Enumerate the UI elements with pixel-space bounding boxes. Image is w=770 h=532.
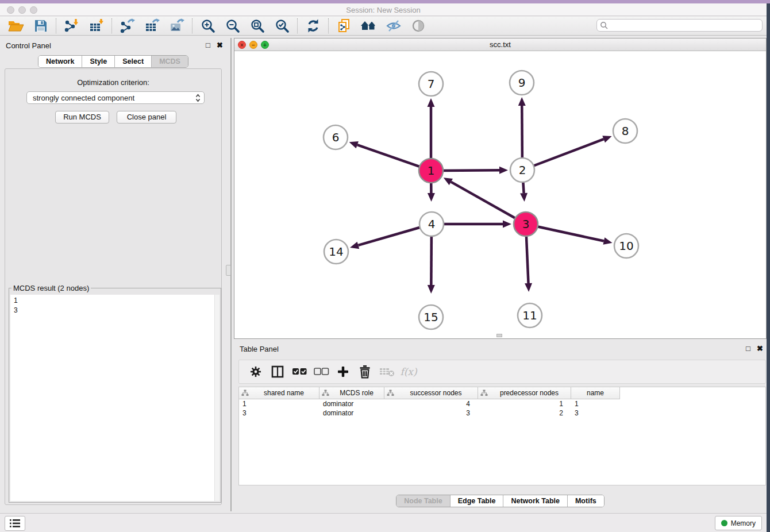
table-panel: Table Panel □ ✖ f(x) shared nameMCDS rol… <box>234 342 767 511</box>
zoom-out-button[interactable] <box>220 17 245 34</box>
zoom-in-button[interactable] <box>195 17 220 34</box>
duplicate-network-button[interactable] <box>332 17 356 34</box>
network-window-grip[interactable] <box>496 334 502 337</box>
tab-style[interactable]: Style <box>82 56 114 67</box>
tab-mcds[interactable]: MCDS <box>151 56 188 67</box>
refresh-button[interactable] <box>301 17 325 34</box>
save-session-button[interactable] <box>28 17 53 34</box>
memory-button[interactable]: Memory <box>715 516 762 530</box>
select-all-button[interactable] <box>288 362 310 381</box>
search-input[interactable] <box>609 20 762 30</box>
mcds-result-scrollbar[interactable] <box>214 295 220 501</box>
graph-edge-2-8[interactable] <box>533 139 604 166</box>
cell-predecessor-nodes[interactable]: 1 <box>478 399 571 408</box>
graph-node-label-1: 1 <box>428 164 435 178</box>
export-table-button[interactable] <box>140 17 164 34</box>
desktop-wallpaper-right <box>767 3 770 532</box>
graph-node-label-14: 14 <box>329 245 343 259</box>
toolbar-separator <box>56 18 56 33</box>
import-network-button[interactable] <box>59 17 84 34</box>
column-header-shared-name[interactable]: shared name <box>239 387 319 399</box>
table-panel-close-icon[interactable]: ✖ <box>757 345 763 353</box>
open-session-button[interactable] <box>3 17 28 34</box>
tab-group: NetworkStyleSelectMCDS <box>38 55 188 68</box>
column-header-mcds-role[interactable]: MCDS role <box>319 387 384 399</box>
export-network-button[interactable] <box>115 17 140 34</box>
table-row[interactable]: 3dominator323 <box>239 408 765 418</box>
export-image-icon <box>170 18 184 33</box>
control-panel-float-icon[interactable]: □ <box>206 41 210 49</box>
graph-edge-arrow-4-14 <box>350 242 359 249</box>
cell-name[interactable]: 1 <box>571 399 620 408</box>
tab-select[interactable]: Select <box>114 56 151 67</box>
column-label: MCDS role <box>332 389 382 397</box>
cell-shared-name[interactable]: 3 <box>239 408 319 418</box>
graph-edge-4-14[interactable] <box>358 227 421 245</box>
graph-edge-3-11[interactable] <box>526 235 529 283</box>
cell-name[interactable]: 3 <box>571 408 620 418</box>
tab-node-table[interactable]: Node Table <box>396 495 449 507</box>
task-history-button[interactable] <box>5 516 25 531</box>
zoom-selected-button[interactable] <box>270 17 294 34</box>
hide-panels-button[interactable] <box>381 17 406 34</box>
graph-edge-4-15[interactable] <box>431 235 432 285</box>
tab-network-table[interactable]: Network Table <box>503 495 567 507</box>
network-window-title: scc.txt <box>234 40 766 49</box>
column-header-successor-nodes[interactable]: successor nodes <box>384 387 478 399</box>
graph-edge-3-1[interactable] <box>451 182 517 219</box>
close-panel-button[interactable]: Close panel <box>117 111 176 124</box>
mcds-result-area: 1 3 <box>10 295 220 501</box>
graph-edge-1-6[interactable] <box>357 145 421 167</box>
run-mcds-button[interactable]: Run MCDS <box>55 111 109 124</box>
cell-successor-nodes[interactable]: 3 <box>384 408 478 418</box>
tab-motifs[interactable]: Motifs <box>567 495 604 507</box>
column-label: predecessor nodes <box>490 389 568 397</box>
network-view-window: scc.txt 7968124314101511 <box>234 38 767 339</box>
save-session-icon <box>34 19 48 33</box>
add-button[interactable] <box>332 362 354 381</box>
table-row[interactable]: 1dominator411 <box>239 399 765 408</box>
import-table-icon <box>89 18 104 33</box>
graph-edge-arrow-1-4 <box>428 193 435 202</box>
task-list-icon <box>9 519 21 528</box>
graph-node-label-10: 10 <box>619 239 633 253</box>
table-panel-float-icon[interactable]: □ <box>746 345 750 353</box>
optimization-dropdown-value: strongly connected component <box>33 94 195 102</box>
tab-edge-table[interactable]: Edge Table <box>450 495 503 507</box>
zoom-fit-button[interactable] <box>245 17 270 34</box>
graph-edge-2-9[interactable] <box>522 106 522 159</box>
delete-table-icon <box>379 366 395 377</box>
panel-splitter-grip[interactable] <box>226 265 231 276</box>
function-button: f(x) <box>398 362 419 381</box>
column-header-predecessor-nodes[interactable]: predecessor nodes <box>478 387 571 399</box>
show-eye-button[interactable] <box>406 17 430 34</box>
cell-mcds-role[interactable]: dominator <box>319 408 384 418</box>
gear-button[interactable] <box>245 362 267 381</box>
cell-successor-nodes[interactable]: 4 <box>384 399 478 408</box>
import-table-button[interactable] <box>84 17 109 34</box>
memory-label: Memory <box>731 519 756 527</box>
deselect-all-button[interactable] <box>310 362 332 381</box>
home-button[interactable] <box>356 17 381 34</box>
columns-button[interactable] <box>267 362 288 381</box>
column-header-name[interactable]: name <box>571 387 620 399</box>
cell-predecessor-nodes[interactable]: 2 <box>478 408 571 418</box>
mcds-result-text[interactable]: 1 3 <box>14 296 213 501</box>
optimization-dropdown[interactable]: strongly connected component <box>26 91 205 104</box>
tab-network[interactable]: Network <box>38 56 82 67</box>
graph-node-label-9: 9 <box>518 76 526 90</box>
graph-edge-3-10[interactable] <box>537 226 604 241</box>
mcds-panel: Optimization criterion: strongly connect… <box>5 68 222 505</box>
export-image-button[interactable] <box>164 17 189 34</box>
columns-icon <box>271 365 284 378</box>
network-canvas[interactable]: 7968124314101511 <box>234 51 766 339</box>
graph-edge-1-2[interactable] <box>442 170 499 171</box>
optimization-criterion-label: Optimization criterion: <box>5 78 221 87</box>
table-body: 1dominator4113dominator323 <box>239 399 765 418</box>
cell-mcds-role[interactable]: dominator <box>319 399 384 408</box>
control-panel-close-icon[interactable]: ✖ <box>217 41 223 49</box>
delete-button[interactable] <box>354 362 376 381</box>
graph-node-label-15: 15 <box>424 310 438 324</box>
cell-shared-name[interactable]: 1 <box>239 399 319 408</box>
delete-table-button <box>376 362 398 381</box>
